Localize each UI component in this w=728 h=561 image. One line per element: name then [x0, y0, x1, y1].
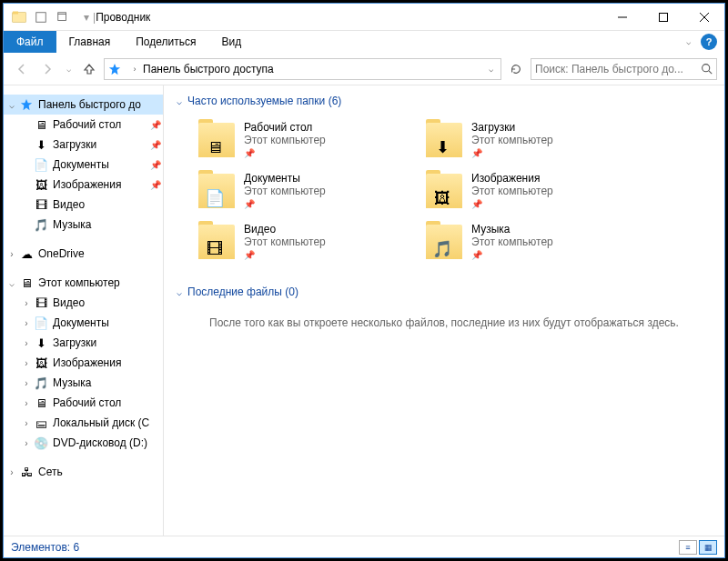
- address-location[interactable]: Панель быстрого доступа: [143, 63, 482, 75]
- chevron-right-icon[interactable]: ›: [20, 378, 33, 388]
- chevron-right-icon[interactable]: ›: [20, 298, 33, 308]
- folder-icon: 🖼: [424, 170, 464, 210]
- disk-icon: 🖴: [33, 415, 49, 431]
- svg-rect-3: [36, 12, 46, 22]
- folder-icon: 🖥: [197, 119, 237, 159]
- address-dropdown[interactable]: ⌵: [482, 65, 499, 74]
- sidebar-item[interactable]: ›🖥Рабочий стол: [4, 393, 163, 413]
- sidebar-item[interactable]: ›🎵Музыка: [4, 373, 163, 393]
- ribbon-tab-share[interactable]: Поделиться: [123, 31, 208, 53]
- documents-icon: 📄: [33, 315, 49, 331]
- view-details-button[interactable]: ≡: [679, 540, 697, 555]
- folder-item[interactable]: 🎞ВидеоЭтот компьютер📌: [195, 218, 404, 264]
- sidebar-item-label: Этот компьютер: [38, 276, 163, 289]
- videos-icon: 🎞: [33, 295, 49, 311]
- folder-icon: ⬇: [424, 119, 464, 159]
- pin-icon: 📌: [471, 148, 553, 158]
- sidebar-item-label: Панель быстрого до: [38, 98, 163, 111]
- svg-marker-10: [109, 63, 120, 74]
- videos-icon: 🎞: [33, 196, 49, 213]
- group-title: Последние файлы (0): [187, 286, 298, 298]
- statusbar: Элементов: 6 ≡ ▦: [4, 536, 724, 557]
- sidebar-item[interactable]: 🎞Видео: [4, 195, 163, 215]
- sidebar-item[interactable]: 🖥Рабочий стол📌: [4, 115, 163, 135]
- music-icon: 🎵: [33, 216, 49, 233]
- help-button[interactable]: ?: [701, 34, 717, 50]
- window-title: Проводник: [96, 11, 150, 24]
- network-icon: 🖧: [18, 464, 35, 480]
- maximize-button[interactable]: [642, 5, 683, 30]
- sidebar-item[interactable]: 📄Документы📌: [4, 155, 163, 175]
- nav-recent-dropdown[interactable]: ⌵: [62, 58, 75, 80]
- chevron-down-icon[interactable]: ⌵: [5, 278, 18, 288]
- chevron-down-icon: ⌵: [177, 96, 182, 106]
- chevron-right-icon[interactable]: ›: [20, 338, 33, 348]
- sidebar-item[interactable]: ›🖼Изображения: [4, 353, 163, 373]
- group-header-frequent[interactable]: ⌵ Часто используемые папки (6): [177, 95, 712, 107]
- svg-point-11: [703, 65, 710, 72]
- sidebar-item-label: Локальный диск (C: [53, 416, 163, 429]
- svg-marker-13: [21, 99, 32, 110]
- sidebar-item-label: OneDrive: [38, 247, 163, 260]
- address-row: ⌵ › Панель быстрого доступа ⌵: [4, 53, 724, 85]
- ribbon: Файл Главная Поделиться Вид ⌵ ?: [4, 31, 724, 53]
- svg-rect-2: [13, 11, 18, 14]
- folder-item[interactable]: 🎵МузыкаЭтот компьютер📌: [422, 218, 632, 264]
- ribbon-tab-view[interactable]: Вид: [208, 31, 254, 53]
- group-header-recent[interactable]: ⌵ Последние файлы (0): [177, 286, 712, 298]
- sidebar-item[interactable]: ›📄Документы: [4, 313, 163, 333]
- pin-icon: 📌: [150, 160, 161, 170]
- chevron-right-icon[interactable]: ›: [20, 358, 33, 368]
- folder-item[interactable]: ⬇ЗагрузкиЭтот компьютер📌: [422, 116, 632, 162]
- chevron-right-icon[interactable]: ›: [5, 467, 18, 477]
- folder-name: Документы: [244, 172, 326, 185]
- refresh-button[interactable]: [505, 58, 527, 80]
- chevron-right-icon[interactable]: ›: [20, 318, 33, 328]
- pin-icon: 📌: [244, 250, 326, 260]
- ribbon-tab-file[interactable]: Файл: [4, 31, 56, 53]
- sidebar-onedrive[interactable]: › ☁ OneDrive: [4, 244, 163, 264]
- folder-item[interactable]: 📄ДокументыЭтот компьютер📌: [195, 167, 404, 213]
- ribbon-expand-button[interactable]: ⌵: [681, 31, 695, 53]
- sidebar-item[interactable]: ⬇Загрузки📌: [4, 135, 163, 155]
- view-icons-button[interactable]: ▦: [699, 540, 717, 555]
- address-bar[interactable]: › Панель быстрого доступа ⌵: [104, 58, 501, 80]
- sidebar-quick-access[interactable]: ⌵ Панель быстрого до: [4, 95, 163, 115]
- chevron-right-icon[interactable]: ›: [20, 438, 33, 448]
- folder-name: Видео: [244, 223, 326, 235]
- folder-item[interactable]: 🖼ИзображенияЭтот компьютер📌: [422, 167, 632, 213]
- qa-dropdown-icon[interactable]: [53, 7, 73, 27]
- ribbon-tab-home[interactable]: Главная: [56, 31, 124, 53]
- recent-empty-message: После того как вы откроете несколько фай…: [195, 316, 693, 329]
- chevron-down-icon[interactable]: ⌵: [5, 100, 18, 110]
- nav-forward-button[interactable]: [36, 58, 58, 80]
- pin-icon: 📌: [150, 120, 161, 130]
- pin-icon: 📌: [150, 140, 161, 150]
- sidebar: ⌵ Панель быстрого до 🖥Рабочий стол📌⬇Загр…: [4, 85, 164, 536]
- chevron-right-icon[interactable]: ›: [20, 398, 33, 408]
- pin-icon: 📌: [244, 199, 326, 209]
- qa-customize-icon[interactable]: [31, 7, 51, 27]
- search-icon[interactable]: [701, 63, 713, 75]
- sidebar-item[interactable]: ›🎞Видео: [4, 293, 163, 313]
- explorer-window: ▾ | Проводник Файл Главная Поделиться Ви…: [3, 3, 725, 558]
- sidebar-network[interactable]: › 🖧 Сеть: [4, 462, 163, 482]
- sidebar-item[interactable]: 🖼Изображения📌: [4, 175, 163, 195]
- sidebar-item[interactable]: ›⬇Загрузки: [4, 333, 163, 353]
- close-button[interactable]: [683, 5, 724, 30]
- pin-icon: 📌: [471, 250, 553, 260]
- nav-back-button[interactable]: [11, 58, 33, 80]
- chevron-right-icon[interactable]: ›: [5, 249, 18, 259]
- breadcrumb-root-dropdown[interactable]: ›: [126, 65, 143, 74]
- chevron-right-icon[interactable]: ›: [20, 418, 33, 428]
- search-box[interactable]: [531, 58, 717, 80]
- pin-icon: 📌: [244, 148, 326, 158]
- nav-up-button[interactable]: [78, 58, 100, 80]
- minimize-button[interactable]: [602, 5, 642, 30]
- sidebar-item[interactable]: ›💿DVD-дисковод (D:): [4, 433, 163, 453]
- folder-item[interactable]: 🖥Рабочий столЭтот компьютер📌: [195, 116, 404, 162]
- sidebar-item[interactable]: ›🖴Локальный диск (C: [4, 413, 163, 433]
- sidebar-this-pc[interactable]: ⌵ 🖥 Этот компьютер: [4, 273, 163, 293]
- sidebar-item[interactable]: 🎵Музыка: [4, 215, 163, 235]
- search-input[interactable]: [535, 63, 701, 75]
